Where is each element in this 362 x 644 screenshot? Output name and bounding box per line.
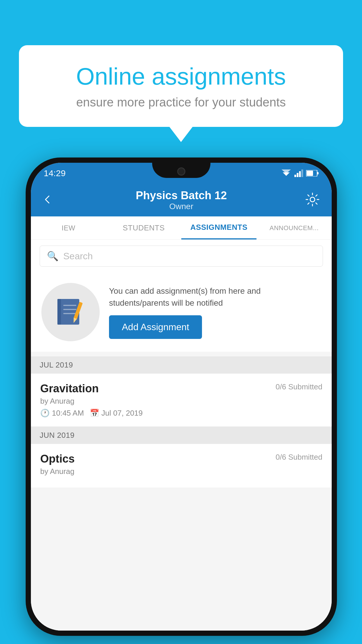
assignment-by: by Anurag bbox=[40, 397, 322, 406]
calendar-icon: 📅 bbox=[90, 409, 99, 418]
camera-dot bbox=[177, 167, 185, 176]
assignment-date: Jul 07, 2019 bbox=[101, 409, 143, 418]
search-bar-container: 🔍 Search bbox=[31, 240, 332, 272]
meta-time: 🕐 10:45 AM bbox=[40, 409, 84, 418]
tab-iew[interactable]: IEW bbox=[31, 216, 106, 239]
tab-assignments[interactable]: ASSIGNMENTS bbox=[181, 216, 256, 239]
phone-screen: 14:29 bbox=[31, 163, 332, 631]
app-header: Physics Batch 12 Owner bbox=[31, 184, 332, 216]
svg-marker-1 bbox=[282, 169, 291, 174]
speech-bubble-title: Online assignments bbox=[42, 63, 320, 90]
assignment-item-optics[interactable]: Optics 0/6 Submitted by Anurag bbox=[31, 444, 332, 488]
phone: 14:29 bbox=[26, 158, 337, 636]
promo-text: You can add assignment(s) from here and … bbox=[109, 285, 321, 339]
add-assignment-button[interactable]: Add Assignment bbox=[109, 315, 202, 339]
svg-rect-7 bbox=[317, 172, 319, 174]
speech-bubble-container: Online assignments ensure more practice … bbox=[19, 45, 343, 127]
assignment-item-gravitation[interactable]: Gravitation 0/6 Submitted by Anurag 🕐 10… bbox=[31, 374, 332, 427]
header-subtitle: Owner bbox=[136, 202, 227, 211]
back-button[interactable] bbox=[43, 193, 52, 207]
battery-icon bbox=[306, 170, 319, 176]
search-placeholder: Search bbox=[63, 251, 93, 262]
search-input[interactable]: 🔍 Search bbox=[40, 246, 323, 267]
assignment-row-optics: Optics 0/6 Submitted bbox=[40, 453, 322, 465]
assignment-row: Gravitation 0/6 Submitted bbox=[40, 382, 322, 395]
assignment-submitted: 0/6 Submitted bbox=[276, 382, 322, 391]
assignment-time: 10:45 AM bbox=[52, 409, 84, 418]
speech-bubble: Online assignments ensure more practice … bbox=[19, 45, 343, 127]
status-time: 14:29 bbox=[44, 168, 66, 178]
section-header-jul: JUL 2019 bbox=[31, 356, 332, 374]
tab-students[interactable]: STUDENTS bbox=[106, 216, 181, 239]
signal-icon bbox=[294, 169, 303, 177]
phone-notch bbox=[152, 163, 210, 178]
svg-rect-13 bbox=[63, 309, 76, 310]
header-title: Physics Batch 12 bbox=[136, 189, 227, 202]
notebook-icon bbox=[55, 296, 87, 328]
section-header-jun: JUN 2019 bbox=[31, 427, 332, 444]
assignment-meta: 🕐 10:45 AM 📅 Jul 07, 2019 bbox=[40, 409, 322, 418]
assignment-by-optics: by Anurag bbox=[40, 467, 322, 476]
speech-bubble-subtitle: ensure more practice for your students bbox=[42, 95, 320, 109]
promo-card: You can add assignment(s) from here and … bbox=[31, 272, 332, 352]
content-area: 🔍 Search bbox=[31, 240, 332, 631]
svg-point-9 bbox=[310, 197, 315, 202]
svg-rect-14 bbox=[63, 313, 76, 314]
tabs-bar: IEW STUDENTS ASSIGNMENTS ANNOUNCEM... bbox=[31, 216, 332, 240]
promo-icon-circle bbox=[41, 283, 100, 341]
meta-date: 📅 Jul 07, 2019 bbox=[90, 409, 143, 418]
svg-rect-3 bbox=[297, 173, 298, 177]
assignment-submitted-optics: 0/6 Submitted bbox=[276, 453, 322, 462]
promo-description: You can add assignment(s) from here and … bbox=[109, 285, 321, 309]
settings-button[interactable] bbox=[305, 192, 320, 208]
search-icon: 🔍 bbox=[47, 251, 59, 262]
assignment-name-optics: Optics bbox=[40, 453, 75, 465]
tab-announcements[interactable]: ANNOUNCEM... bbox=[256, 216, 332, 239]
status-icons bbox=[281, 169, 319, 177]
header-center: Physics Batch 12 Owner bbox=[136, 189, 227, 211]
assignment-name: Gravitation bbox=[40, 382, 99, 395]
svg-rect-5 bbox=[301, 169, 303, 177]
svg-rect-4 bbox=[299, 171, 301, 177]
svg-rect-2 bbox=[294, 175, 296, 177]
wifi-icon bbox=[281, 169, 291, 177]
clock-icon: 🕐 bbox=[40, 409, 50, 418]
svg-rect-12 bbox=[63, 305, 76, 306]
svg-rect-11 bbox=[57, 299, 61, 325]
svg-rect-8 bbox=[307, 171, 313, 176]
